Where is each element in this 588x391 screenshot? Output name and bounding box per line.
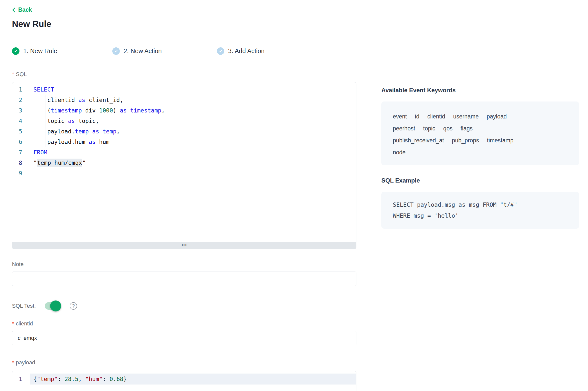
indent-guide-line: [35, 95, 35, 105]
keyword-item: peerhost: [393, 122, 415, 134]
indent-guide-line: [35, 126, 35, 137]
stepper-step-3[interactable]: 3. Add Action: [217, 47, 265, 55]
keyword-item: clientid: [427, 110, 445, 122]
keyword-item: flags: [460, 122, 473, 134]
step-connector: [62, 51, 108, 51]
keywords-panel: eventidclientidusernamepayloadpeerhostto…: [381, 101, 579, 165]
page-title: New Rule: [12, 19, 588, 29]
required-marker: *: [12, 71, 14, 78]
sql-test-toggle[interactable]: [45, 302, 61, 310]
line-number: 1: [12, 84, 30, 95]
code-text: topic as topic,: [30, 116, 356, 126]
step-connector: [166, 51, 212, 51]
required-marker: *: [12, 320, 14, 327]
new-rule-page: Back New Rule 1. New Rule2. New Action3.…: [0, 0, 588, 391]
line-number: 2: [12, 95, 30, 105]
step-label: 1. New Rule: [23, 47, 57, 55]
code-line: 7FROM: [12, 147, 356, 158]
code-text: [30, 168, 356, 179]
line-number: 6: [12, 137, 30, 147]
keyword-item: topic: [423, 122, 436, 134]
rule-form: * SQL 1SELECT2 clientid as client_id,3 (…: [12, 71, 356, 391]
code-text: {"temp": 28.5, "hum": 0.68}: [30, 374, 356, 385]
keywords-title: Available Event Keywords: [381, 87, 579, 94]
payload-editor[interactable]: 1{"temp": 28.5, "hum": 0.68}: [12, 371, 356, 391]
sql-editor-body: 1SELECT2 clientid as client_id,3 (timest…: [12, 82, 356, 242]
code-text: clientid as client_id,: [30, 95, 356, 105]
payload-editor-body: 1{"temp": 28.5, "hum": 0.68}: [12, 371, 356, 391]
help-sidebar: Available Event Keywords eventidclientid…: [381, 87, 579, 229]
keyword-item: timestamp: [487, 134, 513, 146]
indent-guide-line: [45, 116, 45, 126]
sql-example-title: SQL Example: [381, 177, 579, 184]
keyword-item: payload: [487, 110, 507, 122]
indent-guide-line: [35, 137, 35, 147]
note-field-label: Note: [12, 261, 356, 268]
indent-guide-line: [45, 95, 45, 105]
code-text: payload.hum as hum: [30, 137, 356, 147]
chevron-left-icon: [12, 7, 16, 13]
line-number: 8: [12, 158, 30, 168]
payload-label: payload: [16, 359, 35, 366]
payload-block: * payload 1{"temp": 28.5, "hum": 0.68}: [12, 359, 356, 391]
code-text: payload.temp as temp,: [30, 126, 356, 137]
line-number: 7: [12, 147, 30, 158]
keyword-row: node: [393, 146, 568, 158]
stepper-step-1[interactable]: 1. New Rule: [12, 47, 57, 55]
drag-dots-icon: •••: [181, 243, 187, 248]
keyword-row: peerhosttopicqosflags: [393, 122, 568, 134]
code-line: 1SELECT: [12, 84, 356, 95]
code-line: 4 topic as topic,: [12, 116, 356, 126]
code-line: 5 payload.temp as temp,: [12, 126, 356, 137]
keyword-item: username: [453, 110, 479, 122]
code-line: 1{"temp": 28.5, "hum": 0.68}: [12, 374, 356, 385]
code-line: 8"temp_hum/emqx": [12, 158, 356, 168]
sql-example-line: SELECT payload.msg as msg FROM "t/#": [393, 199, 568, 210]
keyword-item: qos: [443, 122, 452, 134]
line-number: 9: [12, 168, 30, 179]
note-label: Note: [12, 261, 23, 268]
line-number: 1: [12, 374, 30, 385]
back-link[interactable]: Back: [12, 6, 32, 13]
indent-guide-line: [35, 105, 35, 116]
indent-guide-line: [45, 126, 45, 137]
sql-editor[interactable]: 1SELECT2 clientid as client_id,3 (timest…: [12, 82, 356, 249]
code-line: 2 clientid as client_id,: [12, 95, 356, 105]
note-input[interactable]: [12, 272, 356, 286]
line-number: 5: [12, 126, 30, 137]
editor-resize-handle[interactable]: •••: [12, 242, 356, 249]
code-text: "temp_hum/emqx": [30, 158, 356, 168]
sql-field-label: * SQL: [12, 71, 356, 78]
keyword-item: publish_received_at: [393, 134, 444, 146]
step-check-icon: [217, 47, 224, 55]
step-check-icon: [12, 47, 19, 55]
keyword-item: id: [415, 110, 419, 122]
clientid-block: * clientid: [12, 320, 356, 345]
back-label: Back: [18, 6, 32, 13]
step-label: 3. Add Action: [228, 47, 265, 55]
code-text: SELECT: [30, 84, 356, 95]
line-number: 3: [12, 105, 30, 116]
code-line: 6 payload.hum as hum: [12, 137, 356, 147]
sql-label: SQL: [16, 71, 27, 78]
toggle-knob-icon: [50, 300, 61, 311]
stepper-step-2[interactable]: 2. New Action: [112, 47, 162, 55]
help-icon[interactable]: ?: [70, 302, 77, 310]
code-line: 9: [12, 168, 356, 179]
code-text: (timestamp div 1000) as timestamp,: [30, 105, 356, 116]
indent-guide-line: [35, 116, 35, 126]
step-check-icon: [112, 47, 120, 55]
line-number: 4: [12, 116, 30, 126]
keyword-row: publish_received_atpub_propstimestamp: [393, 134, 568, 146]
code-line: 3 (timestamp div 1000) as timestamp,: [12, 105, 356, 116]
step-label: 2. New Action: [124, 47, 162, 55]
clientid-field-label: * clientid: [12, 320, 356, 327]
content-area: * SQL 1SELECT2 clientid as client_id,3 (…: [12, 71, 588, 391]
keyword-item: event: [393, 110, 407, 122]
note-block: Note: [12, 261, 356, 286]
clientid-label: clientid: [16, 320, 33, 327]
sql-test-label: SQL Test:: [12, 303, 36, 309]
clientid-input[interactable]: [12, 331, 356, 345]
payload-field-label: * payload: [12, 359, 356, 366]
code-text: FROM: [30, 147, 356, 158]
